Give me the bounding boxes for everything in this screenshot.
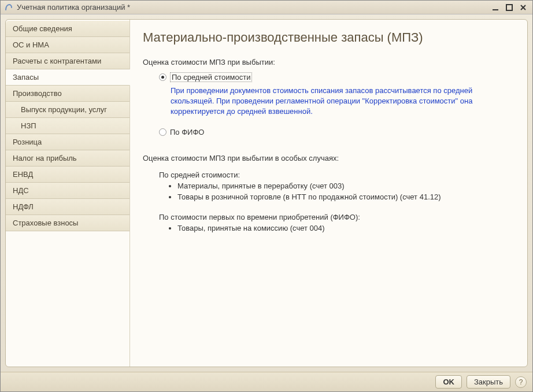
sidebar-item-os-nma[interactable]: ОС и НМА bbox=[6, 37, 129, 53]
svg-rect-0 bbox=[493, 9, 498, 10]
radio-fifo-row[interactable]: По ФИФО bbox=[159, 128, 513, 136]
radio-fifo-label: По ФИФО bbox=[170, 128, 204, 136]
help-icon: ? bbox=[519, 378, 523, 386]
avg-bullet-list: Материалы, принятые в переработку (счет … bbox=[177, 182, 513, 201]
close-form-button[interactable]: Закрыть bbox=[467, 375, 510, 389]
sidebar-item-general[interactable]: Общие сведения bbox=[6, 21, 129, 37]
radio-fifo[interactable] bbox=[159, 128, 166, 136]
page-title: Материально-производственные запасы (МПЗ… bbox=[143, 30, 513, 45]
maximize-button[interactable] bbox=[505, 3, 514, 12]
sidebar-item-label: Производство bbox=[13, 89, 62, 98]
window-title: Учетная политика организаций * bbox=[17, 3, 491, 12]
sidebar-item-label: ЕНВД bbox=[13, 170, 33, 179]
special-cases-section: Оценка стоимости МПЗ при выбытии в особы… bbox=[143, 154, 513, 232]
window-controls bbox=[491, 3, 529, 12]
minimize-button[interactable] bbox=[491, 3, 500, 12]
sidebar-item-profit-tax[interactable]: Налог на прибыль bbox=[6, 150, 129, 167]
sidebar-item-nzp[interactable]: НЗП bbox=[6, 118, 129, 134]
svg-rect-1 bbox=[506, 5, 512, 10]
content-area: Общие сведения ОС и НМА Расчеты с контра… bbox=[1, 14, 532, 372]
valuation-radio-group: По средней стоимости При проведении доку… bbox=[143, 72, 513, 136]
sidebar-item-retail[interactable]: Розница bbox=[6, 134, 129, 150]
radio-average[interactable] bbox=[159, 73, 166, 81]
sidebar-item-label: Выпуск продукции, услуг bbox=[21, 105, 107, 114]
button-label: OK bbox=[443, 378, 454, 386]
close-button[interactable] bbox=[519, 3, 528, 12]
sidebar-item-label: Розница bbox=[13, 138, 42, 146]
titlebar: Учетная политика организаций * bbox=[1, 1, 532, 14]
sidebar-item-label: Расчеты с контрагентами bbox=[13, 57, 101, 65]
button-label: Закрыть bbox=[474, 378, 503, 386]
sidebar-item-label: ОС и НМА bbox=[13, 40, 49, 49]
sidebar-item-label: Запасы bbox=[13, 73, 39, 82]
sidebar-item-production[interactable]: Производство bbox=[6, 86, 129, 102]
list-item: Товары в розничной торговле (в НТТ по пр… bbox=[177, 193, 513, 201]
footer: OK Закрыть ? bbox=[1, 372, 532, 391]
sidebar-item-contragents[interactable]: Расчеты с контрагентами bbox=[6, 53, 129, 69]
sidebar-item-label: НЗП bbox=[21, 121, 36, 130]
sidebar-item-nds[interactable]: НДС bbox=[6, 183, 129, 199]
radio-average-label: По средней стоимости bbox=[170, 72, 252, 82]
special-cases-label: Оценка стоимости МПЗ при выбытии в особы… bbox=[143, 154, 513, 162]
sidebar-item-label: Налог на прибыль bbox=[13, 154, 77, 162]
avg-sub-heading: По средней стоимости: bbox=[159, 171, 513, 179]
sidebar-item-label: Страховые взносы bbox=[13, 219, 78, 227]
main-panel: Материально-производственные запасы (МПЗ… bbox=[130, 20, 527, 367]
help-button[interactable]: ? bbox=[515, 376, 527, 388]
radio-average-row[interactable]: По средней стоимости bbox=[159, 72, 513, 82]
sidebar-item-label: НДС bbox=[13, 186, 29, 195]
ok-button[interactable]: OK bbox=[435, 375, 462, 389]
sidebar: Общие сведения ОС и НМА Расчеты с контра… bbox=[6, 20, 130, 367]
list-item: Товары, принятые на комиссию (счет 004) bbox=[177, 224, 513, 232]
app-icon bbox=[4, 3, 13, 12]
disposal-valuation-label: Оценка стоимости МПЗ при выбытии: bbox=[143, 58, 513, 66]
sidebar-item-label: Общие сведения bbox=[13, 24, 72, 33]
sidebar-item-insurance[interactable]: Страховые взносы bbox=[6, 215, 129, 231]
radio-average-hint: При проведении документов стоимость спис… bbox=[159, 86, 513, 117]
sidebar-item-output[interactable]: Выпуск продукции, услуг bbox=[6, 102, 129, 118]
fifo-bullet-list: Товары, принятые на комиссию (счет 004) bbox=[177, 224, 513, 232]
fifo-sub-heading: По стоимости первых по времени приобрете… bbox=[159, 213, 513, 221]
inner-frame: Общие сведения ОС и НМА Расчеты с контра… bbox=[5, 19, 528, 367]
sidebar-item-label: НДФЛ bbox=[13, 202, 34, 211]
list-item: Материалы, принятые в переработку (счет … bbox=[177, 182, 513, 190]
sidebar-item-envd[interactable]: ЕНВД bbox=[6, 167, 129, 183]
sidebar-item-ndfl[interactable]: НДФЛ bbox=[6, 199, 129, 215]
sidebar-item-inventory[interactable]: Запасы bbox=[6, 69, 130, 86]
window: Учетная политика организаций * Общие све… bbox=[0, 0, 533, 392]
